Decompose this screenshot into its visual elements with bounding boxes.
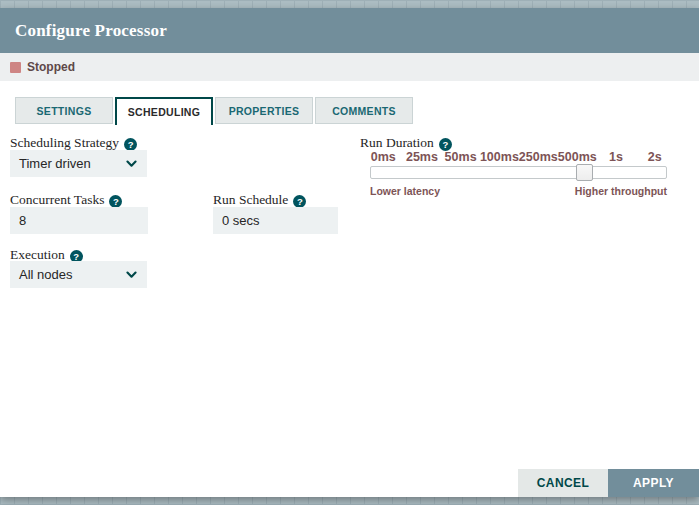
tab-properties-label: PROPERTIES [229,105,300,117]
tick-label: 0ms [364,150,403,164]
scheduling-strategy-label: Scheduling Strategy? [10,135,137,151]
concurrent-tasks-label: Concurrent Tasks? [10,192,122,208]
tick-label: 250ms [519,150,558,164]
tick-label: 25ms [403,150,442,164]
lower-latency-hint: Lower latency [370,185,440,197]
tab-scheduling-label: SCHEDULING [128,106,200,118]
tick-label: 50ms [441,150,480,164]
cancel-button[interactable]: CANCEL [518,469,608,497]
tick-label: 100ms [480,150,519,164]
higher-throughput-hint: Higher throughput [575,185,667,197]
dialog-header: Configure Processor [0,8,699,53]
tab-comments-label: COMMENTS [332,105,396,117]
scheduling-strategy-value: Timer driven [19,156,125,171]
tab-properties[interactable]: PROPERTIES [215,97,313,124]
tick-label: 1s [597,150,636,164]
run-duration-ticks: 0ms 25ms 50ms 100ms 250ms 500ms 1s 2s [364,150,674,164]
apply-button[interactable]: APPLY [608,469,699,497]
configure-processor-dialog: Configure Processor Stopped SETTINGS SCH… [0,8,699,497]
concurrent-tasks-input[interactable] [10,207,148,234]
dialog-title: Configure Processor [15,21,167,41]
tab-comments[interactable]: COMMENTS [315,97,413,124]
tick-label: 500ms [558,150,597,164]
stopped-icon [10,62,21,73]
status-bar: Stopped [0,53,699,81]
tab-bar: SETTINGS SCHEDULING PROPERTIES COMMENTS [15,97,699,125]
run-schedule-input[interactable] [213,207,338,234]
run-schedule-label: Run Schedule? [213,192,306,208]
tab-settings-label: SETTINGS [37,105,92,117]
execution-dropdown[interactable]: All nodes [10,261,147,288]
run-duration-hints: Lower latency Higher throughput [370,185,667,197]
chevron-down-icon [125,157,138,170]
status-label: Stopped [27,60,75,74]
execution-value: All nodes [19,267,125,282]
tick-label: 2s [635,150,674,164]
run-duration-slider-handle[interactable] [576,164,593,181]
run-duration-slider-track[interactable] [370,166,667,179]
chevron-down-icon [125,268,138,281]
scheduling-strategy-dropdown[interactable]: Timer driven [10,150,147,177]
tab-scheduling[interactable]: SCHEDULING [115,97,213,125]
tab-settings[interactable]: SETTINGS [15,97,113,124]
run-duration-label: Run Duration? [360,135,452,151]
